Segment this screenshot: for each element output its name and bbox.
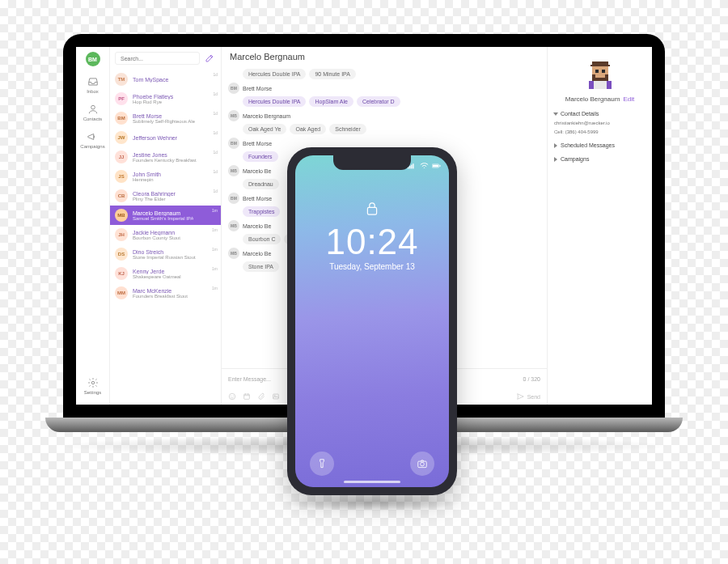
app-logo: BM: [86, 52, 100, 66]
contact-name: Kenny Jerde: [133, 269, 181, 274]
contact-subtext: Founders Kentucky Breakfast: [133, 158, 197, 163]
message-from: Brett Morse: [243, 86, 272, 91]
contact-row[interactable]: JHJackie HegmannBourbon County Stout1m: [110, 225, 221, 244]
edit-link[interactable]: Edit: [623, 95, 634, 103]
message-chip: HopSlam Ale: [309, 96, 353, 107]
contact-row[interactable]: MBMarcelo BergnaumSamuel Smith's Imperia…: [110, 206, 221, 225]
user-icon: [87, 104, 99, 115]
emoji-icon[interactable]: [228, 392, 236, 401]
contact-avatar: [584, 58, 616, 91]
message-avatar: MB: [228, 248, 239, 259]
image-icon[interactable]: [272, 392, 280, 401]
contact-time: 1d: [213, 91, 218, 96]
compose-icon: [205, 53, 214, 63]
contact-subtext: Shakespeare Oatmeal: [133, 274, 181, 279]
contact-time: 1d: [213, 169, 218, 174]
lock-icon: [366, 201, 379, 217]
phone-date: Tuesday, September 13: [329, 262, 415, 271]
contact-name: Jefferson Wehner: [133, 135, 177, 141]
flashlight-button[interactable]: [310, 452, 334, 476]
nav-contacts-label: Contacts: [83, 117, 103, 121]
contact-row[interactable]: JSJohn SmithHennepin1d: [110, 167, 221, 186]
thread-header: Marcelo Bergnaum: [222, 47, 547, 66]
calendar-icon[interactable]: [243, 392, 251, 401]
phone-notch: [333, 155, 411, 170]
message-avatar: MB: [228, 220, 239, 231]
send-label: Send: [527, 394, 540, 400]
contact-avatar-initials: DS: [115, 248, 128, 261]
nav-inbox-label: Inbox: [87, 89, 99, 94]
attach-icon[interactable]: [257, 392, 265, 401]
composer-counter: 0 / 320: [523, 376, 540, 382]
nav-inbox[interactable]: Inbox: [87, 76, 99, 94]
contact-avatar-initials: MM: [115, 286, 128, 299]
contact-row[interactable]: JJJestine JonesFounders Kentucky Breakfa…: [110, 147, 221, 167]
phone-frame: 10:24 Tuesday, September 13: [287, 147, 457, 495]
message-chip: Schneider: [329, 124, 366, 134]
message-chip: Founders: [243, 151, 278, 162]
contact-avatar-initials: TM: [115, 73, 128, 86]
megaphone-icon: [87, 131, 98, 142]
svg-rect-19: [409, 166, 410, 168]
contact-avatar-initials: BM: [115, 112, 128, 125]
contact-name: Marc McKenzie: [133, 288, 188, 294]
nav-settings[interactable]: Settings: [84, 377, 102, 395]
phone-time: 10:24: [325, 222, 418, 262]
contact-row[interactable]: PFPhoebe FlatleysHop Rod Rye1d: [110, 89, 221, 108]
message-avatar: MB: [228, 165, 239, 176]
svg-rect-12: [602, 70, 605, 73]
contact-time: 1d: [213, 189, 218, 193]
contact-subtext: Bourbon County Stout: [133, 235, 180, 240]
svg-rect-11: [595, 70, 599, 73]
svg-rect-17: [594, 81, 607, 89]
section-contact-details[interactable]: Contact Details: [554, 111, 645, 117]
contact-name: Phoebe Flatleys: [133, 94, 173, 100]
contact-time: 1m: [212, 266, 218, 271]
message-avatar: MB: [228, 110, 239, 121]
svg-rect-23: [439, 165, 440, 167]
home-indicator[interactable]: [344, 481, 400, 483]
message-avatar: BM: [228, 83, 239, 94]
message-chip: Dreadnau: [243, 179, 279, 189]
nav-campaigns-label: Campaigns: [80, 144, 104, 149]
message-chip: Bourbon C: [243, 234, 281, 244]
send-icon: [516, 392, 524, 401]
details-name: Marcelo Bergnaum: [565, 95, 620, 103]
message-from: Marcelo Be: [243, 223, 271, 229]
message-group: MBMarcelo BergnaumOak Aged YeOak AgedSch…: [228, 110, 540, 134]
contact-name: Dino Streich: [133, 249, 196, 255]
contact-row[interactable]: MMMarc McKenzieFounders Breakfast Stout1…: [110, 283, 221, 303]
contact-row[interactable]: BMBrett MorseSublimely Self-Righteous Al…: [110, 108, 221, 128]
message-chip: Hercules Double IPA: [243, 96, 306, 107]
message-chip: Oak Aged: [290, 124, 326, 134]
message-from: Brett Morse: [243, 196, 272, 201]
contact-avatar-initials: MB: [115, 209, 128, 222]
nav-contacts[interactable]: Contacts: [83, 104, 103, 121]
search-row: [110, 47, 221, 70]
contact-row[interactable]: JWJefferson Wehner1d: [110, 128, 221, 147]
nav-campaigns[interactable]: Campaigns: [80, 131, 104, 149]
contact-row[interactable]: TMTom MySpace1d: [110, 70, 221, 89]
compose-button[interactable]: [203, 52, 216, 65]
contact-name: John Smith: [133, 172, 161, 177]
contact-list: TMTom MySpace1dPFPhoebe FlatleysHop Rod …: [110, 70, 221, 405]
svg-rect-13: [592, 74, 595, 81]
message-chip: Celebrator D: [357, 96, 400, 107]
contact-avatar-initials: PF: [115, 92, 128, 105]
contact-name: Tom MySpace: [133, 77, 168, 83]
section-campaigns[interactable]: Campaigns: [554, 156, 645, 162]
details-cell: Cell: (386) 404-5999: [554, 129, 645, 134]
contact-row[interactable]: CBCleora BahringerPliny The Elder1d: [110, 186, 221, 206]
contact-row[interactable]: DSDino StreichStone Imperial Russian Sto…: [110, 244, 221, 264]
search-input[interactable]: [115, 52, 200, 65]
svg-rect-25: [367, 207, 376, 214]
gear-icon: [87, 377, 99, 388]
contact-row[interactable]: KJKenny JerdeShakespeare Oatmeal1m: [110, 264, 221, 283]
flashlight-icon: [316, 458, 328, 469]
contact-time: 1m: [212, 286, 218, 290]
camera-button[interactable]: [410, 452, 434, 476]
message-from: Marcelo Bergnaum: [243, 113, 290, 119]
send-button[interactable]: Send: [516, 392, 540, 401]
camera-icon: [417, 458, 428, 469]
section-scheduled[interactable]: Scheduled Messages: [554, 142, 645, 148]
